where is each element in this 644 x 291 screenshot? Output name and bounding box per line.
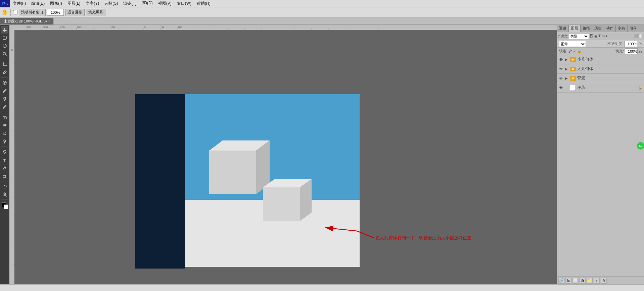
eraser-tool[interactable]: [1, 114, 8, 121]
right-panel-tabs: 通道 图层 路径 历史 动作 字符 段落: [557, 25, 644, 32]
layer-name-small-geo: 小几何体: [577, 57, 593, 62]
layer-filter-toggle[interactable]: [634, 34, 643, 38]
menubar: Ps 文件(F) 编辑(E) 图像(I) 图层(L) 文字(Y) 选择(S) 滤…: [0, 0, 644, 7]
fit-screen-button[interactable]: 适合屏幕: [65, 9, 85, 16]
scroll-all-checkbox[interactable]: [13, 10, 17, 14]
layer-item-large-geo[interactable]: 👁 ▶ 📁 大几何体: [557, 64, 644, 74]
menu-layer[interactable]: 图层(L): [65, 0, 83, 7]
menu-help[interactable]: 帮助(H): [194, 0, 213, 7]
layer-item-background-group[interactable]: 👁 ▶ 📁 背景: [557, 74, 644, 83]
layer-visibility-bg-group[interactable]: 👁: [558, 76, 564, 81]
menu-edit[interactable]: 编辑(E): [29, 0, 47, 7]
hand-tool[interactable]: [1, 183, 8, 190]
layer-expand-large-geo[interactable]: ▶: [565, 67, 568, 71]
ruler-top: // Generate tick marks via SVG text rend…: [9, 25, 557, 30]
layer-filter-smart-icon[interactable]: ♦: [605, 34, 607, 38]
tab-character[interactable]: 字符: [616, 25, 628, 32]
layer-expand-small-geo[interactable]: ▶: [565, 58, 568, 61]
path-select-tool[interactable]: [1, 164, 8, 172]
shape-tool[interactable]: [1, 172, 8, 180]
text-tool[interactable]: T: [1, 156, 8, 164]
menu-image[interactable]: 图像(I): [47, 0, 64, 7]
layer-visibility-small-geo[interactable]: 👁: [558, 57, 564, 62]
ruler-left-svg: 5: [9, 30, 14, 284]
ruler-top-svg: // Generate tick marks via SVG text rend…: [9, 25, 557, 30]
options-toolbar: ✋ 滚动所有窗口 适合屏幕 填充屏幕: [0, 7, 644, 17]
layer-mask-btn[interactable]: ⬜: [572, 278, 579, 284]
layer-expand-bg-group[interactable]: ▶: [565, 76, 568, 80]
move-tool-icon[interactable]: ✋: [1, 9, 8, 15]
eyedropper-tool[interactable]: [1, 69, 8, 76]
layer-thumb-record: [570, 85, 576, 91]
svg-point-11: [3, 132, 6, 135]
crop-tool[interactable]: [1, 61, 8, 68]
lasso-tool[interactable]: [1, 42, 8, 50]
menu-file[interactable]: 文件(F): [10, 0, 29, 7]
layer-visibility-large-geo[interactable]: 👁: [558, 66, 564, 72]
blend-mode-select[interactable]: 正常: [559, 41, 586, 47]
layer-link-btn[interactable]: 🔗: [558, 278, 564, 284]
tab-paths[interactable]: 路径: [581, 25, 592, 32]
quick-select-tool[interactable]: [1, 50, 8, 58]
layer-adjust-btn[interactable]: ◑: [580, 278, 586, 284]
svg-rect-15: [3, 175, 6, 178]
layer-filter-pixel-icon[interactable]: 🖼: [590, 34, 594, 38]
tab-paragraph[interactable]: 段落: [628, 25, 639, 32]
layer-item-small-geo[interactable]: 👁 ▶ 📁 小几何体: [557, 55, 644, 64]
layer-fx-btn[interactable]: fx: [565, 278, 571, 284]
menu-view[interactable]: 视图(V): [155, 0, 174, 7]
layer-name-bg-group: 背景: [577, 75, 585, 81]
layer-filter-text-icon[interactable]: T: [598, 34, 601, 38]
tab-color[interactable]: 通道: [557, 25, 569, 32]
menu-window[interactable]: 窗口(W): [174, 0, 194, 7]
brush-tool[interactable]: [1, 87, 8, 95]
opacity-input[interactable]: [625, 41, 637, 47]
fill-screen-button[interactable]: 填充屏幕: [86, 9, 105, 16]
scroll-all-button[interactable]: 滚动所有窗口: [19, 9, 46, 16]
menu-select[interactable]: 选择(S): [102, 0, 121, 7]
layer-filter-adjust-icon[interactable]: ◉: [594, 34, 598, 38]
svg-text:200: 200: [77, 26, 82, 29]
layer-delete-btn[interactable]: 🗑: [601, 278, 607, 284]
selection-tool[interactable]: [1, 34, 8, 42]
pen-tool[interactable]: [1, 148, 8, 156]
svg-marker-75: [209, 151, 256, 194]
layer-folder-small-geo: 📁: [570, 57, 576, 62]
menu-filter[interactable]: 滤镜(T): [121, 0, 139, 7]
notification-badge[interactable]: 52: [637, 142, 644, 150]
menu-text[interactable]: 文字(Y): [83, 0, 102, 7]
gradient-tool[interactable]: [1, 122, 8, 129]
history-brush-tool[interactable]: [1, 103, 8, 111]
layer-group-btn[interactable]: 📁: [587, 278, 593, 284]
fill-input[interactable]: [625, 48, 638, 54]
background-color[interactable]: [4, 205, 8, 209]
lock-all-btn[interactable]: 🔒: [577, 49, 582, 53]
menu-3d[interactable]: 3D(D): [139, 0, 155, 7]
move-tool[interactable]: [1, 26, 8, 34]
lock-pixel-btn[interactable]: 🖊: [568, 49, 572, 53]
layer-new-btn[interactable]: +: [594, 278, 600, 284]
dodge-tool[interactable]: [1, 138, 8, 145]
tab-actions[interactable]: 动作: [604, 25, 616, 32]
layer-type-select[interactable]: 类型: [569, 33, 589, 39]
tab-close[interactable]: ×: [48, 19, 50, 23]
canvas-svg[interactable]: 把大几何体复制一下，调整合适的大小摆放好位置: [14, 30, 557, 284]
layer-item-record[interactable]: 👁 序录 🔒: [557, 83, 644, 93]
svg-marker-0: [3, 28, 7, 32]
zoom-tool[interactable]: [1, 191, 8, 198]
zoom-input[interactable]: [47, 9, 64, 16]
lock-position-btn[interactable]: ✓: [573, 49, 576, 53]
healing-tool[interactable]: [1, 79, 8, 86]
layers-filter-label: p 类型: [558, 34, 568, 39]
clone-tool[interactable]: [1, 95, 8, 103]
svg-rect-1: [3, 36, 6, 40]
layer-filter-shape-icon[interactable]: ▭: [601, 34, 605, 38]
color-box[interactable]: [1, 202, 8, 209]
blur-tool[interactable]: [1, 130, 8, 137]
tab-layers[interactable]: 图层: [569, 25, 581, 32]
menu-items: 文件(F) 编辑(E) 图像(I) 图层(L) 文字(Y) 选择(S) 滤镜(T…: [10, 0, 213, 7]
layer-visibility-record[interactable]: 👁: [558, 85, 564, 91]
tab-history[interactable]: 历史: [592, 25, 604, 32]
svg-text:50: 50: [161, 26, 164, 29]
document-tab[interactable]: 未标题-1 @ 100%(RGB/8) ×: [0, 18, 54, 24]
